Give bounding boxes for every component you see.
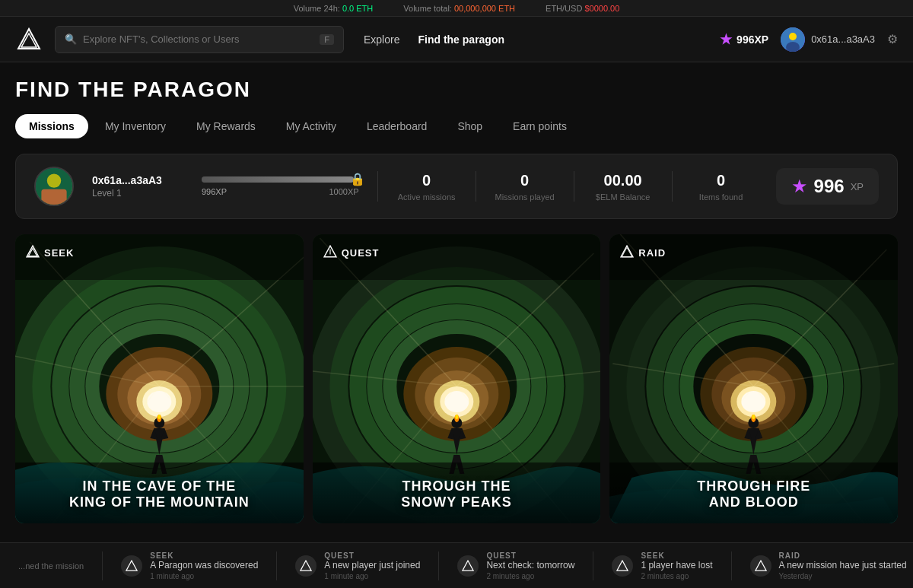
- logo[interactable]: [15, 26, 43, 53]
- xp-max: 1000XP: [329, 187, 358, 196]
- stat-label-items: Items found: [691, 192, 752, 202]
- volume-24h-label: Volume 24h: 0.0 ETH: [294, 4, 374, 13]
- lock-icon: 🔒: [350, 172, 365, 186]
- xp-badge: ★ 996XP: [720, 31, 768, 48]
- progress-labels: 996XP 1000XP: [202, 187, 359, 196]
- stats-divider-3: [574, 171, 574, 202]
- nav-explore[interactable]: Explore: [364, 33, 399, 46]
- stat-value-items: 0: [691, 172, 752, 189]
- ticker-msg-1: A Paragon was discovered: [150, 560, 258, 571]
- xp-value: 996XP: [736, 33, 768, 46]
- profile-stats: 0x61a...a3aA3 Level 1 🔒 996XP 1000XP 0 A…: [15, 154, 898, 219]
- ticker-logo-3: [457, 555, 479, 577]
- mission-card-seek[interactable]: SEEK IN THE CAVE OF THEKING OF THE MOUNT…: [15, 234, 304, 523]
- mission-card-raid[interactable]: RAID THROUGH FIREAND BLOOD: [609, 234, 898, 523]
- svg-point-20: [147, 391, 171, 412]
- mission-card-quest[interactable]: QUEST THROUGH THESNOWY PEAKS: [313, 234, 601, 523]
- top-bar: Volume 24h: 0.0 ETH Volume total: 00,000…: [0, 0, 913, 17]
- ticker-msg-3: Next check: tomorrow: [486, 560, 574, 571]
- seek-badge: SEEK: [26, 245, 74, 261]
- stat-label-elm: $ELM Balance: [593, 192, 654, 202]
- header: 🔍 F Explore Find the paragon ★ 996XP 0x6…: [0, 17, 913, 62]
- ticker-type-1: SEEK: [150, 551, 258, 560]
- ticker-text-1: SEEK A Paragon was discovered 1 minute a…: [150, 551, 258, 580]
- total-xp-value: 996: [814, 176, 845, 197]
- search-input[interactable]: [83, 33, 313, 45]
- svg-marker-85: [301, 561, 311, 571]
- xp-display: ★ 996 XP: [776, 168, 879, 205]
- ticker-item-5: RAID A new mission have just started Yes…: [732, 551, 914, 580]
- ticker-time-2: 1 minute ago: [324, 572, 420, 580]
- ticker-item-2: QUEST A new player just joined 1 minute …: [277, 551, 439, 580]
- stat-active-missions: 0 Active missions: [396, 172, 457, 202]
- quest-icon: [323, 245, 337, 261]
- ticker-logo-2: [295, 555, 317, 577]
- stats-divider-2: [476, 171, 476, 202]
- svg-point-45: [444, 391, 469, 412]
- stat-missions-played: 0 Missions played: [495, 172, 555, 202]
- mission-cards: SEEK IN THE CAVE OF THEKING OF THE MOUNT…: [15, 234, 898, 523]
- raid-badge: RAID: [620, 245, 666, 261]
- settings-icon[interactable]: ⚙: [887, 32, 898, 46]
- volume-total-value: 00,000,000 ETH: [454, 4, 515, 13]
- stat-value-elm: 00.00: [593, 172, 654, 189]
- tab-inventory[interactable]: My Inventory: [91, 114, 180, 138]
- svg-point-3: [789, 33, 797, 40]
- svg-marker-88: [756, 561, 766, 571]
- stat-value-active: 0: [396, 172, 457, 189]
- stat-value-played: 0: [495, 172, 555, 189]
- quest-card-title: THROUGH THESNOWY PEAKS: [313, 466, 601, 523]
- total-xp-unit: XP: [851, 181, 864, 192]
- ticker-bar: ...ned the mission SEEK A Paragon was di…: [0, 542, 913, 588]
- tab-rewards[interactable]: My Rewards: [183, 114, 269, 138]
- tab-missions[interactable]: Missions: [15, 114, 88, 138]
- seek-icon: [26, 245, 40, 261]
- tab-shop[interactable]: Shop: [444, 114, 496, 138]
- search-key: F: [320, 34, 334, 45]
- tab-leaderboard[interactable]: Leaderboard: [353, 114, 441, 138]
- svg-marker-84: [126, 561, 137, 571]
- tab-earn[interactable]: Earn points: [499, 114, 581, 138]
- eth-usd: ETH/USD $0000.00: [546, 4, 619, 13]
- volume-total-label: Volume total: 00,000,000 ETH: [403, 4, 515, 13]
- ticker-type-5: RAID: [779, 551, 907, 560]
- profile-info: 0x61a...a3aA3 Level 1: [92, 174, 183, 199]
- progress-section: 🔒 996XP 1000XP: [202, 176, 359, 196]
- stat-items-found: 0 Items found: [691, 172, 752, 202]
- svg-point-79: [752, 415, 756, 419]
- seek-card-title: IN THE CAVE OF THEKING OF THE MOUNTAIN: [15, 466, 304, 523]
- ticker-logo-4: [612, 555, 633, 577]
- search-bar[interactable]: 🔍 F: [55, 26, 344, 53]
- page-content: FIND THE PARAGON Missions My Inventory M…: [0, 62, 913, 523]
- ticker-item-3: QUEST Next check: tomorrow 2 minutes ago: [439, 551, 593, 580]
- ticker-text-3: QUEST Next check: tomorrow 2 minutes ago: [486, 551, 574, 580]
- quest-badge: QUEST: [323, 245, 380, 261]
- ticker-msg-5: A new mission have just started: [779, 560, 907, 571]
- avatar: [781, 27, 805, 52]
- stat-label-played: Missions played: [495, 192, 555, 202]
- tab-activity[interactable]: My Activity: [272, 114, 350, 138]
- xp-current: 996XP: [202, 187, 227, 196]
- profile-avatar: [34, 167, 74, 206]
- logo-icon: [17, 27, 41, 52]
- ticker-text-5: RAID A new mission have just started Yes…: [779, 551, 907, 580]
- ticker-item-0: ...ned the mission: [0, 551, 103, 580]
- ticker-text-4: SEEK 1 player have lost 2 minutes ago: [641, 551, 712, 580]
- ticker-text-2: QUEST A new player just joined 1 minute …: [324, 551, 420, 580]
- user-profile[interactable]: 0x61a...a3aA3: [781, 27, 875, 52]
- page-title: FIND THE PARAGON: [15, 78, 898, 102]
- profile-level: Level 1: [92, 188, 183, 199]
- xp-star-icon: ★: [791, 176, 808, 197]
- ticker-item-1: SEEK A Paragon was discovered 1 minute a…: [103, 551, 277, 580]
- search-icon: 🔍: [65, 33, 77, 45]
- progress-bar-container: 🔒: [202, 176, 359, 183]
- raid-card-title: THROUGH FIREAND BLOOD: [609, 466, 898, 523]
- stats-divider-4: [672, 171, 673, 202]
- progress-bar-fill: [202, 176, 354, 183]
- ticker-content: ...ned the mission SEEK A Paragon was di…: [0, 551, 913, 580]
- svg-marker-86: [463, 561, 473, 571]
- nav-find-paragon[interactable]: Find the paragon: [418, 33, 504, 46]
- ticker-logo-1: [121, 555, 142, 577]
- ticker-partial-label: ...ned the mission: [18, 561, 84, 571]
- nav-links: Explore Find the paragon: [364, 33, 504, 46]
